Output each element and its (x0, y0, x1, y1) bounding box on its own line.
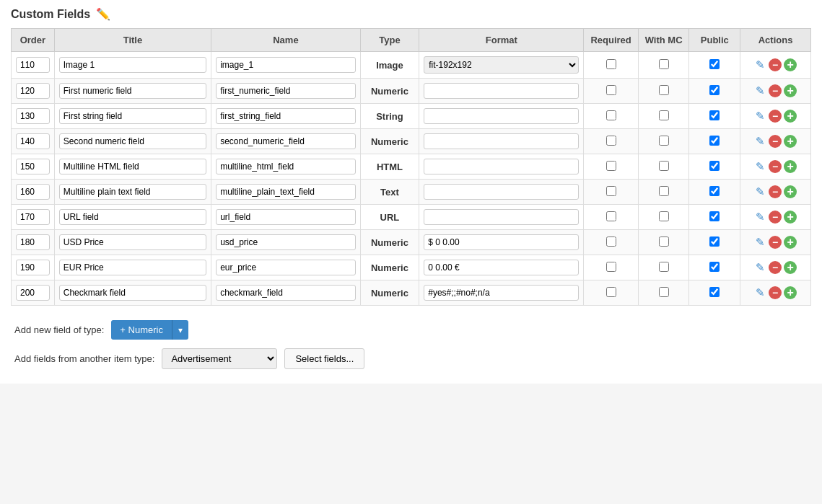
name-input[interactable] (216, 234, 356, 250)
add-button[interactable]: + (784, 110, 797, 123)
name-input[interactable] (216, 133, 356, 149)
remove-button[interactable]: − (769, 84, 782, 97)
add-button[interactable]: + (784, 84, 797, 97)
format-input[interactable] (424, 260, 579, 275)
with-mc-checkbox[interactable] (659, 262, 669, 272)
edit-button[interactable]: ✎ (754, 286, 766, 299)
remove-button[interactable]: − (769, 160, 782, 173)
title-input[interactable] (59, 209, 206, 225)
title-input[interactable] (59, 234, 206, 250)
order-input[interactable] (16, 209, 50, 225)
public-checkbox[interactable] (709, 136, 720, 146)
required-checkbox[interactable] (606, 110, 616, 120)
title-input[interactable] (59, 285, 206, 301)
public-checkbox[interactable] (709, 186, 720, 196)
add-button[interactable]: + (784, 135, 797, 148)
remove-button[interactable]: − (769, 110, 782, 123)
add-button[interactable]: + (784, 261, 797, 274)
with-mc-checkbox[interactable] (659, 59, 669, 69)
name-input[interactable] (216, 285, 356, 301)
format-select[interactable]: fit-192x192 (424, 56, 579, 74)
with-mc-checkbox[interactable] (659, 110, 669, 120)
title-input[interactable] (59, 133, 206, 149)
format-input[interactable] (424, 83, 579, 99)
title-input[interactable] (59, 108, 206, 124)
title-input[interactable] (59, 57, 206, 73)
with-mc-checkbox[interactable] (659, 287, 669, 297)
with-mc-checkbox[interactable] (659, 236, 669, 247)
add-numeric-button[interactable]: + Numeric (111, 320, 172, 340)
name-input[interactable] (216, 83, 356, 99)
name-input[interactable] (216, 209, 356, 225)
format-input[interactable] (424, 209, 579, 225)
required-checkbox[interactable] (606, 161, 616, 171)
order-input[interactable] (16, 260, 50, 275)
order-input[interactable] (16, 234, 50, 250)
add-type-dropdown-button[interactable]: ▾ (172, 320, 188, 340)
with-mc-checkbox[interactable] (659, 85, 669, 95)
remove-button[interactable]: − (769, 185, 782, 198)
order-input[interactable] (16, 57, 50, 73)
required-checkbox[interactable] (606, 262, 616, 272)
edit-button[interactable]: ✎ (754, 261, 766, 274)
title-input[interactable] (59, 83, 206, 99)
required-checkbox[interactable] (606, 287, 616, 297)
with-mc-checkbox[interactable] (659, 161, 669, 171)
required-checkbox[interactable] (606, 186, 616, 196)
public-checkbox[interactable] (709, 236, 720, 247)
required-checkbox[interactable] (606, 85, 616, 95)
required-checkbox[interactable] (606, 236, 616, 247)
remove-button[interactable]: − (769, 135, 782, 148)
name-input[interactable] (216, 159, 356, 174)
order-input[interactable] (16, 83, 50, 99)
order-input[interactable] (16, 159, 50, 174)
edit-button[interactable]: ✎ (754, 211, 766, 224)
public-checkbox[interactable] (709, 110, 720, 120)
title-input[interactable] (59, 260, 206, 275)
item-type-select[interactable]: Advertisement (162, 348, 277, 369)
title-input[interactable] (59, 184, 206, 200)
remove-button[interactable]: − (769, 261, 782, 274)
public-checkbox[interactable] (709, 262, 720, 272)
edit-button[interactable]: ✎ (754, 110, 766, 123)
format-input[interactable] (424, 285, 579, 301)
format-input[interactable] (424, 184, 579, 200)
order-input[interactable] (16, 133, 50, 149)
name-input[interactable] (216, 108, 356, 124)
format-input[interactable] (424, 234, 579, 250)
public-checkbox[interactable] (709, 287, 720, 297)
edit-button[interactable]: ✎ (754, 185, 766, 198)
add-button[interactable]: + (784, 58, 797, 71)
public-checkbox[interactable] (709, 211, 720, 221)
title-input[interactable] (59, 159, 206, 174)
add-button[interactable]: + (784, 211, 797, 224)
edit-button[interactable]: ✎ (754, 84, 766, 97)
add-button[interactable]: + (784, 286, 797, 299)
required-checkbox[interactable] (606, 136, 616, 146)
order-input[interactable] (16, 184, 50, 200)
edit-button[interactable]: ✎ (754, 160, 766, 173)
select-fields-button[interactable]: Select fields... (284, 348, 364, 369)
title-edit-icon[interactable]: ✏️ (96, 7, 110, 21)
with-mc-checkbox[interactable] (659, 136, 669, 146)
add-button[interactable]: + (784, 160, 797, 173)
edit-button[interactable]: ✎ (754, 236, 766, 249)
required-checkbox[interactable] (606, 211, 616, 221)
name-input[interactable] (216, 184, 356, 200)
remove-button[interactable]: − (769, 236, 782, 249)
name-input[interactable] (216, 260, 356, 275)
format-input[interactable] (424, 159, 579, 174)
with-mc-checkbox[interactable] (659, 186, 669, 196)
edit-button[interactable]: ✎ (754, 135, 766, 148)
remove-button[interactable]: − (769, 58, 782, 71)
public-checkbox[interactable] (709, 59, 720, 69)
format-input[interactable] (424, 108, 579, 124)
required-checkbox[interactable] (606, 59, 616, 69)
public-checkbox[interactable] (709, 85, 720, 95)
order-input[interactable] (16, 108, 50, 124)
with-mc-checkbox[interactable] (659, 211, 669, 221)
order-input[interactable] (16, 285, 50, 301)
name-input[interactable] (216, 57, 356, 73)
remove-button[interactable]: − (769, 286, 782, 299)
edit-button[interactable]: ✎ (754, 58, 766, 71)
